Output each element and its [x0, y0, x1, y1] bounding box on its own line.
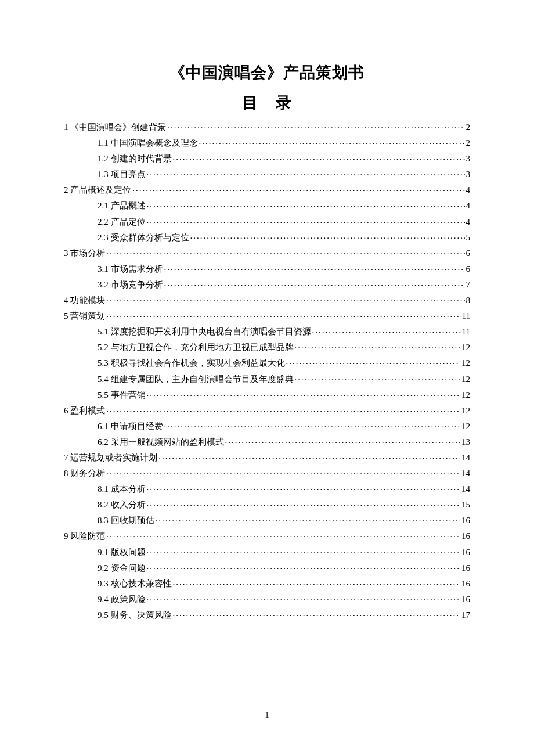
toc-entry-page: 17	[461, 611, 470, 620]
toc-entry: 2.1 产品概述4	[64, 200, 470, 210]
toc-entry: 8 财务分析14	[64, 467, 470, 478]
toc-entry: 6.1 申请项目经费12	[64, 420, 470, 431]
toc-entry-label: 5.3 积极寻找社会合作机会，实现社会利益最大化	[98, 359, 285, 368]
toc-entry: 2 产品概述及定位4	[64, 184, 470, 195]
toc-leader-dots	[147, 389, 461, 398]
toc-entry-page: 12	[461, 406, 470, 415]
toc-entry-page: 15	[461, 501, 470, 509]
toc-entry-label: 2 产品概述及定位	[64, 186, 131, 195]
toc-entry-page: 4	[466, 186, 471, 195]
toc-entry: 8.1 成本分析14	[64, 483, 470, 494]
toc-leader-dots	[106, 467, 460, 476]
toc-entry-page: 7	[466, 280, 471, 289]
toc-entry: 9.1 版权问题16	[64, 546, 470, 557]
toc-entry-label: 6.1 申请项目经费	[98, 422, 163, 431]
toc-leader-dots	[147, 483, 461, 492]
toc-entry: 4 功能模块8	[64, 294, 470, 305]
toc-entry: 8.2 收入分析15	[64, 499, 470, 509]
toc-entry: 1 《中国演唱会》创建背景2	[64, 121, 470, 132]
toc-entry: 2.2 产品定位4	[64, 216, 470, 226]
toc-entry-page: 14	[461, 485, 470, 494]
toc-leader-dots	[199, 137, 465, 146]
toc-entry: 1.3 项目亮点3	[64, 168, 470, 179]
toc-entry-page: 16	[461, 579, 470, 588]
toc-list: 1 《中国演唱会》创建背景21.1 中国演唱会概念及理念21.2 创建的时代背景…	[64, 121, 470, 620]
toc-leader-dots	[132, 184, 464, 193]
toc-leader-dots	[106, 310, 460, 319]
toc-entry: 9.3 核心技术兼容性16	[64, 578, 470, 588]
toc-entry-label: 9.3 核心技术兼容性	[98, 579, 172, 588]
toc-leader-dots	[147, 168, 465, 177]
toc-leader-dots	[106, 247, 464, 256]
toc-entry: 6 盈利模式12	[64, 405, 470, 415]
toc-entry-label: 2.3 受众群体分析与定位	[98, 233, 189, 242]
toc-entry-label: 3.1 市场需求分析	[98, 265, 163, 273]
toc-entry-page: 12	[461, 375, 470, 384]
page-number: 1	[0, 711, 534, 720]
toc-leader-dots	[190, 232, 465, 240]
toc-leader-dots	[147, 546, 461, 555]
toc-entry-label: 1 《中国演唱会》创建背景	[64, 123, 166, 132]
toc-entry-label: 3 市场分析	[64, 249, 105, 258]
toc-entry-page: 13	[461, 438, 470, 447]
toc-entry-page: 11	[462, 312, 470, 321]
toc-entry-page: 16	[461, 595, 470, 604]
toc-entry-label: 9.4 政策风险	[98, 595, 146, 604]
toc-entry-page: 3	[466, 154, 471, 163]
toc-leader-dots	[147, 216, 465, 225]
toc-entry-page: 5	[466, 233, 471, 242]
toc-leader-dots	[295, 341, 461, 350]
toc-entry-label: 1.2 创建的时代背景	[98, 154, 172, 163]
toc-entry-page: 12	[461, 422, 470, 431]
toc-entry: 3 市场分析6	[64, 247, 470, 258]
toc-leader-dots	[106, 405, 460, 413]
toc-leader-dots	[173, 609, 461, 618]
toc-leader-dots	[147, 200, 465, 208]
toc-leader-dots	[167, 121, 464, 130]
header-rule	[64, 41, 470, 41]
toc-entry: 1.1 中国演唱会概念及理念2	[64, 137, 470, 147]
toc-entry-page: 3	[466, 170, 471, 179]
document-title: 《中国演唱会》产品策划书	[64, 62, 470, 83]
toc-entry-label: 9 风险防范	[64, 532, 105, 541]
toc-entry-label: 8 财务分析	[64, 469, 105, 478]
toc-entry-page: 2	[466, 123, 471, 132]
toc-entry-page: 14	[461, 453, 470, 462]
toc-entry-label: 5 营销策划	[64, 312, 105, 321]
toc-entry-page: 8	[466, 296, 471, 305]
toc-entry-label: 9.1 版权问题	[98, 548, 146, 557]
toc-entry-label: 5.2 与地方卫视合作，充分利用地方卫视已成型品牌	[98, 343, 294, 352]
toc-entry-label: 5.5 事件营销	[98, 391, 146, 399]
toc-entry: 9.4 政策风险16	[64, 593, 470, 604]
toc-leader-dots	[156, 514, 461, 523]
toc-entry-label: 2.1 产品概述	[98, 201, 146, 210]
toc-leader-dots	[106, 294, 464, 303]
toc-entry-label: 1.1 中国演唱会概念及理念	[98, 139, 198, 147]
toc-leader-dots	[295, 373, 461, 382]
toc-entry: 9 风险防范16	[64, 530, 470, 541]
toc-entry: 5.3 积极寻找社会合作机会，实现社会利益最大化12	[64, 357, 470, 368]
toc-leader-dots	[173, 578, 461, 586]
toc-leader-dots	[173, 153, 465, 161]
toc-entry: 8.3 回收期预估16	[64, 514, 470, 525]
toc-leader-dots	[147, 593, 461, 602]
toc-entry: 5.1 深度挖掘和开发利用中央电视台自有演唱会节目资源11	[64, 326, 470, 336]
toc-entry: 5.4 组建专属团队，主办自创演唱会节目及年度盛典12	[64, 373, 470, 384]
toc-entry-label: 6.2 采用一般视频网站的盈利模式	[98, 438, 224, 447]
toc-entry-page: 2	[466, 139, 471, 147]
toc-entry-label: 1.3 项目亮点	[98, 170, 146, 179]
toc-entry-label: 3.2 市场竞争分析	[98, 280, 163, 289]
toc-entry-label: 8.2 收入分析	[98, 501, 146, 509]
toc-entry-page: 16	[461, 532, 470, 541]
toc-entry-page: 4	[466, 218, 471, 226]
toc-entry-label: 5.1 深度挖掘和开发利用中央电视台自有演唱会节目资源	[98, 327, 311, 336]
document-page: 《中国演唱会》产品策划书 目 录 1 《中国演唱会》创建背景21.1 中国演唱会…	[0, 0, 534, 620]
toc-leader-dots	[164, 420, 461, 429]
toc-entry-label: 6 盈利模式	[64, 406, 105, 415]
toc-entry: 6.2 采用一般视频网站的盈利模式13	[64, 436, 470, 447]
toc-entry: 5.2 与地方卫视合作，充分利用地方卫视已成型品牌12	[64, 341, 470, 352]
toc-entry: 5 营销策划11	[64, 310, 470, 321]
toc-entry-page: 4	[466, 201, 471, 210]
toc-heading: 目 录	[64, 92, 470, 113]
toc-entry-page: 16	[461, 564, 470, 573]
